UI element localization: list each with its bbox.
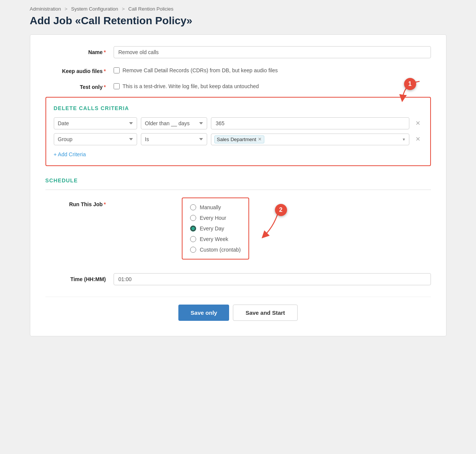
breadcrumb-admin[interactable]: Administration <box>30 6 61 12</box>
time-row: Time (HH:MM) <box>45 273 431 285</box>
button-row: Save only Save and Start <box>45 297 431 321</box>
criteria-section: DELETE CALLS CRITERIA Date Group Duratio… <box>45 97 431 166</box>
radio-every-week[interactable]: Every Week <box>190 236 241 242</box>
save-only-button[interactable]: Save only <box>178 305 229 321</box>
breadcrumb-sep-2: > <box>122 6 126 12</box>
criteria-row-1: Date Group Duration Direction Older than… <box>54 117 423 129</box>
schedule-title: SCHEDULE <box>45 177 431 183</box>
breadcrumb: Administration > System Configuration > … <box>30 6 446 12</box>
breadcrumb-policies: Call Rention Policies <box>128 6 173 12</box>
criteria-value-1[interactable] <box>211 117 409 129</box>
keep-audio-row: Keep audio files* Remove Call Detail Rec… <box>45 65 431 74</box>
keep-audio-description: Remove Call Detail Records (CDRs) from D… <box>123 67 278 73</box>
annotation-bubble-2: 2 <box>275 204 287 216</box>
test-only-row: Test only* This is a test-drive. Write l… <box>45 81 431 90</box>
radio-every-hour[interactable]: Every Hour <box>190 215 241 221</box>
schedule-section: SCHEDULE 2 Run This Job* <box>45 177 431 285</box>
breadcrumb-sep-1: > <box>65 6 69 12</box>
keep-audio-checkbox-row: Remove Call Detail Records (CDRs) from D… <box>114 65 278 73</box>
name-row: Name* <box>45 46 431 58</box>
required-star-run: * <box>104 201 106 207</box>
main-card: Name* Keep audio files* Remove Call Deta… <box>30 34 446 336</box>
radio-custom-input[interactable] <box>190 247 196 253</box>
required-star-name: * <box>104 49 106 55</box>
page-title: Add Job «Call Retention Policy» <box>30 15 446 27</box>
criteria-type-1[interactable]: Date Group Duration Direction <box>54 117 137 129</box>
name-label: Name* <box>45 46 114 55</box>
run-job-row: Run This Job* Manually Every Hour Every … <box>45 197 431 267</box>
radio-manually-input[interactable] <box>190 204 196 210</box>
test-only-checkbox-row: This is a test-drive. Write log file, bu… <box>114 81 259 89</box>
radio-custom-label: Custom (crontab) <box>200 247 241 253</box>
criteria-remove-1[interactable]: ✕ <box>413 119 423 128</box>
criteria-operator-2[interactable]: Is Is not <box>141 133 207 145</box>
radio-every-hour-input[interactable] <box>190 215 196 221</box>
radio-every-day[interactable]: Every Day <box>190 225 241 232</box>
time-input[interactable] <box>114 273 431 285</box>
radio-custom[interactable]: Custom (crontab) <box>190 247 241 253</box>
radio-every-day-label: Every Day <box>200 225 225 232</box>
add-criteria-link[interactable]: + Add Criteria <box>54 151 86 157</box>
radio-every-week-label: Every Week <box>200 236 228 242</box>
test-only-description: This is a test-drive. Write log file, bu… <box>123 83 259 89</box>
radio-manually-label: Manually <box>200 204 221 210</box>
run-job-label: Run This Job* <box>45 197 114 207</box>
multiselect-tag-remove-sales[interactable]: ✕ <box>258 137 262 141</box>
criteria-type-2[interactable]: Group Date Duration Direction <box>54 133 137 145</box>
multiselect-tag-sales: Sales Department ✕ <box>214 135 264 143</box>
criteria-remove-2[interactable]: ✕ <box>413 135 423 144</box>
keep-audio-label: Keep audio files* <box>45 65 114 74</box>
radio-manually[interactable]: Manually <box>190 204 241 210</box>
required-star-test: * <box>104 84 106 90</box>
criteria-operator-1[interactable]: Older than __ days Newer than __ days <box>141 117 207 129</box>
annotation-bubble-1: 1 <box>404 78 416 90</box>
name-input[interactable] <box>114 46 431 58</box>
criteria-title: DELETE CALLS CRITERIA <box>54 105 423 111</box>
radio-every-hour-label: Every Hour <box>200 215 226 221</box>
required-star-audio: * <box>104 68 106 74</box>
radio-every-day-input[interactable] <box>190 225 196 232</box>
time-label: Time (HH:MM) <box>45 273 114 282</box>
breadcrumb-sysconfg[interactable]: System Configuration <box>71 6 118 12</box>
save-and-start-button[interactable]: Save and Start <box>233 305 297 321</box>
test-only-checkbox[interactable] <box>114 83 120 89</box>
keep-audio-checkbox[interactable] <box>114 67 120 73</box>
criteria-multiselect-2[interactable]: Sales Department ✕ ▼ <box>211 134 409 145</box>
criteria-row-2: Group Date Duration Direction Is Is not … <box>54 133 423 145</box>
test-only-label: Test only* <box>45 81 114 90</box>
radio-box: Manually Every Hour Every Day Every Week <box>182 197 249 260</box>
schedule-divider <box>45 190 431 190</box>
multiselect-arrow: ▼ <box>402 137 406 141</box>
radio-every-week-input[interactable] <box>190 236 196 242</box>
